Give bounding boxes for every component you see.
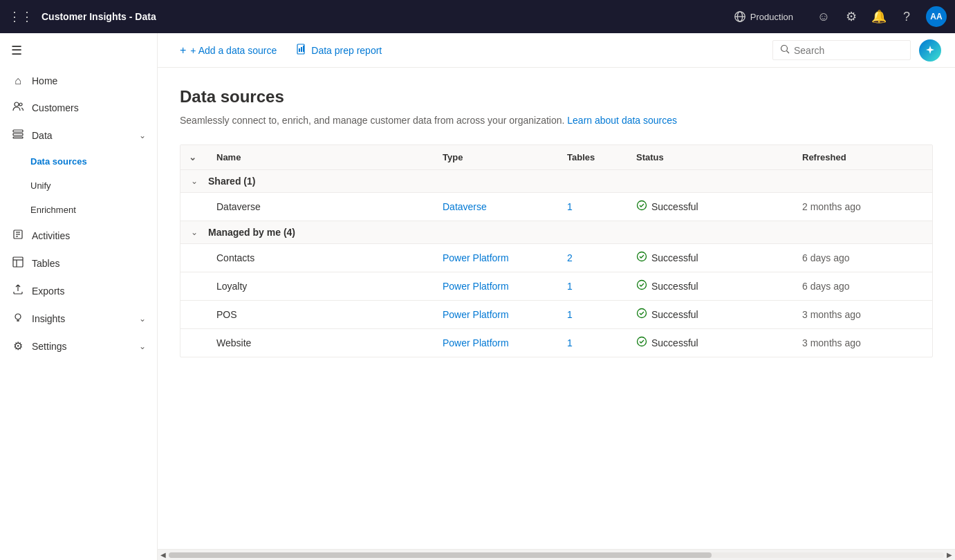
sidebar-item-data-sources[interactable]: Data sources: [0, 149, 157, 174]
data-expand-icon: ⌄: [139, 131, 146, 140]
group-shared-label: Shared (1): [208, 176, 932, 187]
col-name[interactable]: Name: [208, 152, 434, 162]
add-data-source-label: + Add a data source: [190, 45, 277, 56]
sidebar-item-data[interactable]: Data ⌄: [0, 122, 157, 149]
row-dataverse-status-label: Successful: [651, 201, 698, 212]
row-pos-name[interactable]: POS: [208, 309, 434, 320]
sidebar-item-home[interactable]: ⌂ Home: [0, 68, 157, 94]
row-website-type: Power Platform: [434, 337, 559, 348]
scroll-right-arrow[interactable]: ▶: [947, 551, 952, 559]
row-contacts-status: Successful: [628, 251, 794, 265]
sidebar-item-activities-label: Activities: [32, 230, 70, 241]
svg-point-25: [638, 252, 647, 261]
row-loyalty-name[interactable]: Loyalty: [208, 281, 434, 292]
row-loyalty-type: Power Platform: [434, 281, 559, 292]
svg-point-27: [638, 309, 647, 318]
copilot-button[interactable]: [919, 39, 941, 62]
col-status[interactable]: Status: [628, 152, 794, 162]
toolbar: + + Add a data source Data prep report: [158, 33, 955, 68]
search-box[interactable]: [772, 40, 911, 60]
report-icon: [296, 44, 307, 57]
page-description: Seamlessly connect to, enrich, and manag…: [180, 113, 933, 128]
scrollbar-thumb[interactable]: [169, 552, 712, 558]
search-icon: [780, 44, 790, 56]
status-check-icon: [636, 308, 647, 321]
group-managed-label: Managed by me (4): [208, 227, 932, 238]
row-website-refreshed: 3 months ago: [794, 337, 932, 348]
add-data-source-button[interactable]: + + Add a data source: [171, 40, 285, 61]
home-icon: ⌂: [11, 75, 25, 87]
row-website-name[interactable]: Website: [208, 337, 434, 348]
group-managed-chevron[interactable]: ⌄: [180, 227, 208, 237]
data-prep-report-button[interactable]: Data prep report: [288, 39, 390, 61]
row-website-status-label: Successful: [651, 337, 698, 348]
tables-icon: [11, 256, 25, 270]
svg-rect-7: [13, 137, 23, 138]
horizontal-scrollbar[interactable]: ◀ ▶: [158, 549, 955, 560]
data-table: ⌄ Name Type Tables Status Refreshed ⌄ Sh…: [180, 144, 933, 357]
insights-icon: [11, 312, 25, 326]
svg-point-22: [781, 46, 788, 52]
row-loyalty-status: Successful: [628, 279, 794, 293]
row-dataverse-tables: 1: [559, 201, 628, 212]
env-icon: [734, 10, 746, 23]
table-header: ⌄ Name Type Tables Status Refreshed: [180, 145, 932, 170]
sidebar-item-enrichment[interactable]: Enrichment: [0, 198, 157, 222]
table-row: Website Power Platform 1 Successful 3 mo…: [180, 329, 932, 357]
row-pos-status-label: Successful: [651, 309, 698, 320]
status-check-icon: [636, 279, 647, 293]
row-pos-tables: 1: [559, 309, 628, 320]
page-desc-text: Seamlessly connect to, enrich, and manag…: [180, 115, 567, 126]
sidebar-item-tables[interactable]: Tables: [0, 250, 157, 277]
smiley-icon[interactable]: ☺: [815, 8, 832, 25]
sort-icon[interactable]: ⌄: [189, 152, 196, 162]
col-tables[interactable]: Tables: [559, 152, 628, 162]
data-prep-report-label: Data prep report: [311, 45, 382, 56]
sidebar-item-exports-label: Exports: [32, 286, 64, 297]
right-panel: + + Add a data source Data prep report: [158, 33, 955, 560]
col-refreshed[interactable]: Refreshed: [794, 152, 932, 162]
status-check-icon: [636, 251, 647, 265]
scrollbar-track[interactable]: [169, 552, 944, 558]
env-selector[interactable]: Production: [734, 10, 793, 23]
grid-icon[interactable]: ⋮⋮: [8, 9, 33, 24]
user-avatar[interactable]: AA: [926, 6, 947, 27]
sidebar-item-unify[interactable]: Unify: [0, 174, 157, 198]
customers-icon: [11, 101, 25, 115]
group-shared-chevron[interactable]: ⌄: [180, 176, 208, 186]
col-type[interactable]: Type: [434, 152, 559, 162]
sidebar-toggle[interactable]: ☰: [0, 33, 157, 68]
bell-icon[interactable]: 🔔: [871, 8, 887, 25]
app-title: Customer Insights - Data: [41, 11, 725, 22]
search-input[interactable]: [794, 45, 903, 56]
svg-rect-12: [13, 257, 23, 267]
env-label: Production: [750, 12, 793, 22]
svg-point-4: [19, 103, 22, 106]
help-icon[interactable]: ?: [898, 8, 915, 25]
sidebar-item-data-label: Data: [32, 130, 53, 141]
scroll-left-arrow[interactable]: ◀: [160, 551, 166, 559]
table-row: POS Power Platform 1 Successful 3 months…: [180, 301, 932, 329]
learn-link[interactable]: Learn about data sources: [567, 115, 677, 126]
plus-icon: +: [180, 44, 186, 57]
col-chevron: ⌄: [180, 152, 208, 162]
row-contacts-tables: 2: [559, 252, 628, 263]
settings-icon[interactable]: ⚙: [843, 8, 860, 25]
sidebar-item-customers[interactable]: Customers: [0, 94, 157, 122]
exports-icon: [11, 284, 25, 298]
sidebar: ☰ ⌂ Home Customers Data ⌄ Data sources U…: [0, 33, 158, 560]
row-contacts-refreshed: 6 days ago: [794, 252, 932, 263]
svg-point-24: [638, 201, 647, 210]
svg-point-28: [638, 337, 647, 346]
topbar-actions: ☺ ⚙ 🔔 ? AA: [815, 6, 947, 27]
table-row: Loyalty Power Platform 1 Successful 6 da…: [180, 272, 932, 301]
sidebar-item-settings[interactable]: ⚙ Settings ⌄: [0, 333, 157, 360]
sidebar-item-insights[interactable]: Insights ⌄: [0, 305, 157, 333]
row-pos-type: Power Platform: [434, 309, 559, 320]
row-contacts-name[interactable]: Contacts: [208, 252, 434, 263]
row-dataverse-name[interactable]: Dataverse: [208, 201, 434, 212]
sidebar-item-tables-label: Tables: [32, 258, 59, 269]
table-row: Contacts Power Platform 2 Successful 6 d…: [180, 244, 932, 272]
sidebar-item-exports[interactable]: Exports: [0, 277, 157, 305]
sidebar-item-activities[interactable]: Activities: [0, 222, 157, 250]
